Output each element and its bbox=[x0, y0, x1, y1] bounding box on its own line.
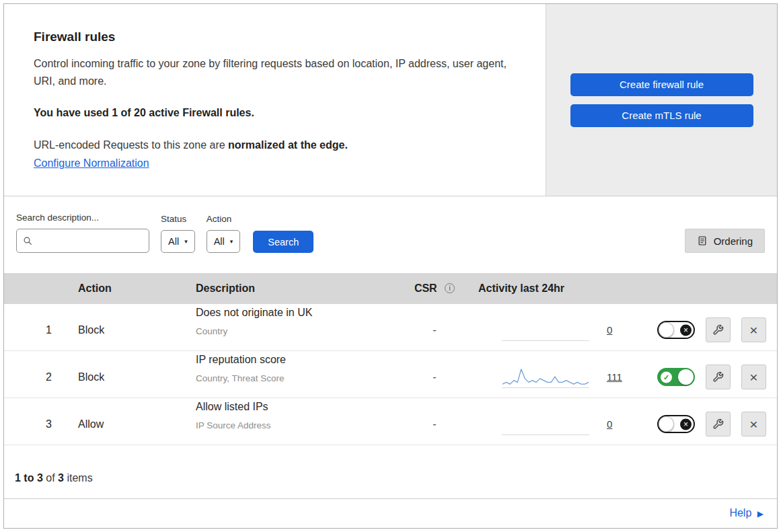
col-activity: Activity last 24hr bbox=[465, 282, 626, 295]
ordering-list-icon bbox=[697, 235, 708, 246]
items-total: 3 bbox=[58, 472, 64, 484]
items-count: 1 to 3 of 3 items bbox=[4, 445, 777, 496]
filter-bar: Search description... Status All ▾ Actio… bbox=[4, 196, 777, 273]
activity-sparkline bbox=[502, 367, 589, 388]
rule-action: Allow bbox=[68, 418, 186, 430]
table-row: 2 Block IP reputation score Country, Thr… bbox=[4, 351, 777, 398]
activity-sparkline bbox=[502, 319, 589, 341]
create-mtls-rule-button[interactable]: Create mTLS rule bbox=[570, 104, 753, 127]
status-filter-dropdown[interactable]: All ▾ bbox=[161, 230, 195, 253]
toggle-knob bbox=[659, 416, 674, 432]
normalization-bold: normalized at the edge. bbox=[228, 139, 348, 151]
edit-rule-button[interactable] bbox=[706, 317, 731, 342]
rule-enabled-toggle[interactable]: × bbox=[657, 321, 695, 339]
rule-activity-cell: 0 bbox=[465, 414, 626, 435]
action-group: Action All ▾ bbox=[207, 214, 241, 253]
firewall-rules-page: Firewall rules Control incoming traffic … bbox=[3, 3, 778, 529]
help-bar: Help ▶ bbox=[4, 498, 777, 528]
table-header: Action Description CSR i Activity last 2… bbox=[4, 273, 777, 304]
toggle-state-icon: ✓ bbox=[661, 371, 672, 383]
rule-action: Block bbox=[68, 371, 186, 383]
activity-sparkline bbox=[502, 414, 589, 435]
rule-description-cell: IP reputation score Country, Threat Scor… bbox=[186, 351, 404, 385]
page-description: Control incoming traffic to your zone by… bbox=[34, 55, 516, 89]
configure-normalization-link[interactable]: Configure Normalization bbox=[34, 157, 149, 169]
wrench-icon bbox=[712, 324, 724, 336]
search-button[interactable]: Search bbox=[253, 231, 313, 253]
col-csr: CSR i bbox=[404, 282, 465, 295]
action-filter-value: All bbox=[214, 236, 225, 247]
rule-csr: - bbox=[404, 324, 465, 336]
header-text-block: Firewall rules Control incoming traffic … bbox=[4, 4, 546, 196]
items-of: of bbox=[46, 472, 54, 484]
close-icon: × bbox=[749, 323, 757, 337]
col-description: Description bbox=[186, 282, 404, 295]
rule-criteria: Country bbox=[196, 324, 404, 339]
search-icon bbox=[23, 236, 33, 246]
rule-description-cell: Does not originate in UK Country bbox=[186, 304, 404, 338]
wrench-icon bbox=[712, 418, 724, 430]
toggle-state-icon: × bbox=[680, 324, 692, 336]
action-filter-dropdown[interactable]: All ▾ bbox=[207, 230, 241, 253]
rule-csr: - bbox=[404, 418, 465, 430]
help-link[interactable]: Help ▶ bbox=[729, 507, 764, 519]
items-word: items bbox=[67, 472, 92, 484]
rule-activity-cell: 111 bbox=[465, 367, 626, 388]
ordering-button[interactable]: Ordering bbox=[685, 229, 765, 253]
status-group: Status All ▾ bbox=[161, 214, 195, 253]
help-arrow-icon: ▶ bbox=[757, 509, 764, 519]
rule-description: IP reputation score bbox=[196, 351, 404, 369]
search-box bbox=[16, 229, 149, 253]
activity-count-link[interactable]: 111 bbox=[607, 371, 622, 383]
rule-enabled-toggle[interactable]: × bbox=[657, 415, 695, 433]
edit-rule-button[interactable] bbox=[706, 365, 731, 389]
action-label: Action bbox=[207, 214, 241, 224]
normalization-note: URL-encoded Requests to this zone are no… bbox=[34, 139, 516, 151]
ordering-label: Ordering bbox=[714, 235, 753, 247]
search-label: Search description... bbox=[16, 213, 149, 223]
rule-description: Does not originate in UK bbox=[196, 304, 404, 321]
wrench-icon bbox=[712, 371, 724, 383]
toggle-knob bbox=[678, 369, 694, 385]
rule-priority: 1 bbox=[4, 324, 68, 336]
rule-controls: ✓ × bbox=[626, 365, 777, 389]
col-action: Action bbox=[68, 282, 186, 295]
items-range: 1 to 3 bbox=[15, 472, 43, 484]
activity-count-link[interactable]: 0 bbox=[607, 418, 612, 430]
delete-rule-button[interactable]: × bbox=[741, 365, 766, 389]
rule-action: Block bbox=[68, 324, 186, 336]
chevron-down-icon: ▾ bbox=[230, 238, 233, 245]
search-group: Search description... bbox=[16, 213, 149, 253]
toggle-state-icon: × bbox=[680, 418, 692, 430]
page-title: Firewall rules bbox=[34, 30, 516, 44]
activity-count-link[interactable]: 0 bbox=[607, 324, 612, 336]
rule-criteria: Country, Threat Score bbox=[196, 371, 404, 386]
delete-rule-button[interactable]: × bbox=[741, 317, 766, 342]
rule-priority: 2 bbox=[4, 371, 68, 383]
delete-rule-button[interactable]: × bbox=[741, 412, 766, 436]
rule-controls: × × bbox=[626, 412, 777, 436]
table-row: 3 Allow Allow listed IPs IP Source Addre… bbox=[4, 398, 777, 445]
normalization-text: URL-encoded Requests to this zone are bbox=[34, 139, 225, 151]
search-input[interactable] bbox=[37, 235, 143, 247]
csr-label: CSR bbox=[414, 282, 437, 294]
status-filter-value: All bbox=[168, 236, 179, 247]
rule-csr: - bbox=[404, 371, 465, 383]
rule-description: Allow listed IPs bbox=[196, 398, 404, 416]
usage-notice: You have used 1 of 20 active Firewall ru… bbox=[34, 107, 516, 119]
help-label: Help bbox=[729, 507, 751, 519]
rule-priority: 3 bbox=[4, 418, 68, 430]
rule-criteria: IP Source Address bbox=[196, 418, 404, 433]
toggle-knob bbox=[659, 322, 674, 338]
rule-controls: × × bbox=[626, 317, 777, 342]
chevron-down-icon: ▾ bbox=[184, 238, 188, 245]
info-icon[interactable]: i bbox=[445, 283, 455, 293]
rule-enabled-toggle[interactable]: ✓ bbox=[657, 368, 695, 386]
create-firewall-rule-button[interactable]: Create firewall rule bbox=[570, 73, 753, 96]
edit-rule-button[interactable] bbox=[706, 412, 731, 436]
table-row: 1 Block Does not originate in UK Country… bbox=[4, 304, 777, 351]
close-icon: × bbox=[749, 370, 757, 384]
header-section: Firewall rules Control incoming traffic … bbox=[4, 4, 777, 196]
status-label: Status bbox=[161, 214, 195, 224]
actions-panel: Create firewall rule Create mTLS rule bbox=[546, 4, 777, 196]
